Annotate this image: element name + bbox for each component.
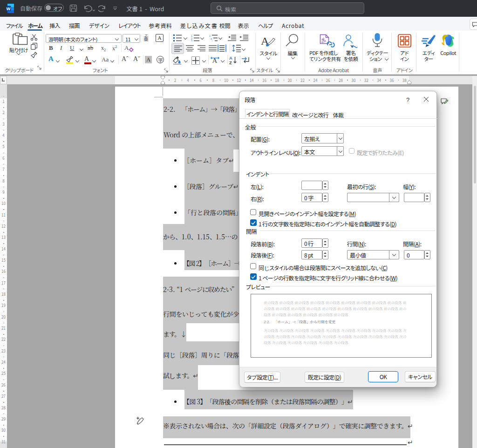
svg-text:i: i	[212, 40, 212, 42]
svg-text:3: 3	[191, 40, 192, 42]
svg-text:W: W	[7, 7, 11, 11]
svg-text:Z: Z	[229, 60, 232, 65]
